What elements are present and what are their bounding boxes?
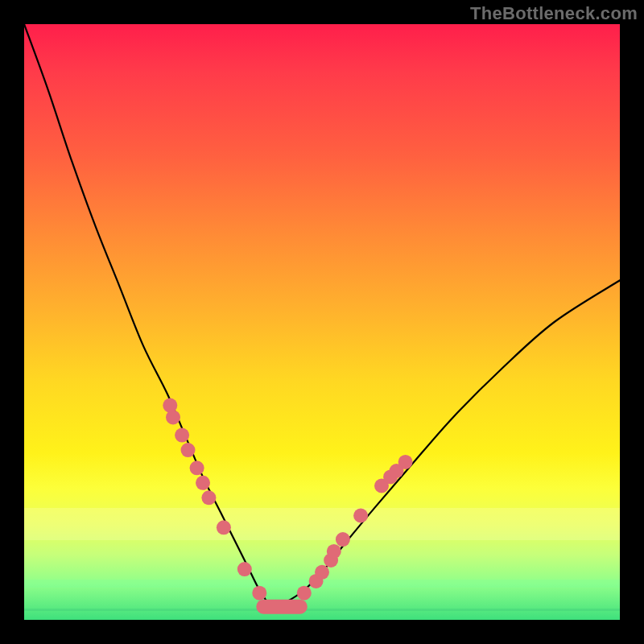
curve-right-branch [271,280,620,608]
marker-dot [190,460,204,475]
marker-dot [327,544,341,559]
marker-dot [398,455,413,469]
marker-dot [166,410,180,424]
marker-dot [297,586,312,601]
marker-dot [252,586,266,601]
curve-layer [24,24,620,620]
marker-dot [196,476,210,490]
minimum-band-marker [256,600,308,614]
marker-dot [315,565,329,580]
marker-dot [175,428,189,443]
watermark-text: TheBottleneck.com [470,3,638,24]
chart-frame: TheBottleneck.com [0,0,644,644]
marker-dot [336,532,350,547]
marker-dots-group [163,398,412,601]
marker-dot [353,509,368,523]
marker-dot [237,562,252,576]
marker-dot [201,490,216,505]
marker-dot [181,443,196,457]
plot-area [24,24,620,620]
marker-dot [217,520,231,535]
curve-left-branch [24,24,271,608]
